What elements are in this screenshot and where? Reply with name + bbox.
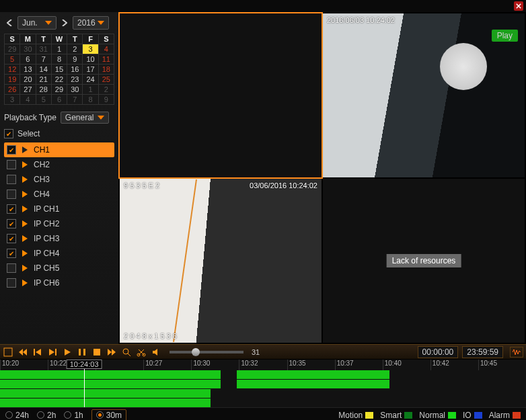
month-select[interactable]: Jun.	[17, 16, 57, 30]
playback-type-select[interactable]: General	[61, 112, 109, 124]
channel-checkbox[interactable]	[7, 175, 16, 184]
step-fwd-button[interactable]	[47, 347, 58, 358]
calendar-day[interactable]: 2	[67, 44, 83, 54]
channel-checkbox[interactable]	[7, 160, 16, 169]
fullscreen-button[interactable]	[3, 347, 13, 358]
channel-item[interactable]: CH2	[4, 157, 114, 172]
calendar-day[interactable]: 30	[67, 85, 83, 95]
channel-checkbox[interactable]	[7, 190, 16, 199]
timeline[interactable]: 10:2010:2210:2710:3010:3210:3510:3710:40…	[0, 359, 526, 407]
calendar-day[interactable]: 18	[98, 65, 114, 75]
channel-checkbox[interactable]	[7, 278, 16, 288]
calendar-day[interactable]: 29	[51, 85, 67, 95]
timeline-segment[interactable]	[0, 389, 211, 398]
year-select[interactable]: 2016	[73, 16, 109, 30]
zoom-button[interactable]	[121, 347, 132, 358]
calendar-day[interactable]: 25	[98, 75, 114, 85]
select-all-checkbox[interactable]	[4, 129, 13, 138]
calendar-day[interactable]: 14	[36, 65, 51, 75]
zoom-option[interactable]: 2h	[37, 409, 56, 421]
calendar-day[interactable]: 12	[5, 65, 20, 75]
calendar-day[interactable]: 28	[36, 85, 51, 95]
calendar-day[interactable]: 1	[51, 44, 67, 54]
zoom-option[interactable]: 24h	[5, 409, 29, 421]
calendar-day[interactable]: 1	[83, 85, 98, 95]
channel-item[interactable]: IP CH1	[4, 202, 114, 216]
calendar-day[interactable]: 3	[5, 95, 20, 105]
channel-checkbox[interactable]	[7, 234, 16, 243]
calendar-day[interactable]: 9	[67, 54, 83, 65]
mute-button[interactable]	[151, 347, 161, 358]
calendar-day[interactable]: 7	[36, 54, 51, 65]
calendar-day[interactable]: 8	[51, 54, 67, 65]
calendar-day[interactable]: 5	[5, 54, 20, 65]
timeline-segment[interactable]	[237, 370, 389, 379]
calendar-day[interactable]: 13	[20, 65, 36, 75]
rewind-button[interactable]	[17, 347, 28, 358]
channel-item[interactable]: IP CH6	[4, 276, 114, 290]
calendar-day[interactable]: 29	[5, 44, 20, 54]
play-button[interactable]: Play	[492, 30, 518, 42]
waveform-icon[interactable]	[510, 347, 523, 358]
calendar-day[interactable]: 31	[36, 44, 51, 54]
calendar-day[interactable]: 3	[83, 44, 98, 54]
prev-month-button[interactable]	[4, 16, 15, 30]
calendar-day[interactable]: 26	[5, 85, 20, 95]
calendar-day[interactable]: 10	[83, 54, 98, 65]
timeline-segment[interactable]	[0, 380, 221, 388]
pause-button[interactable]	[77, 347, 87, 358]
calendar-day[interactable]: 4	[20, 95, 36, 105]
calendar-day[interactable]: 6	[51, 95, 67, 105]
step-back-button[interactable]	[32, 347, 43, 358]
calendar-day[interactable]: 11	[98, 54, 114, 65]
channel-item[interactable]: IP CH5	[4, 261, 114, 276]
calendar-day[interactable]: 6	[20, 54, 36, 65]
video-pane-4[interactable]: Lack of resources	[323, 179, 525, 343]
channel-item[interactable]: CH4	[4, 187, 114, 202]
calendar-day[interactable]: 21	[36, 75, 51, 85]
zoom-option[interactable]: 30m	[91, 409, 126, 421]
zoom-option[interactable]: 1h	[64, 409, 83, 421]
video-pane-2[interactable]: 2016/06/03 10:24:02 Play	[323, 13, 525, 177]
calendar-day[interactable]: 2	[98, 85, 114, 95]
fast-fwd-button[interactable]	[106, 347, 117, 358]
channel-item[interactable]: IP CH4	[4, 246, 114, 261]
calendar-day[interactable]: 9	[98, 95, 114, 105]
channel-item[interactable]: CH1	[4, 142, 114, 157]
calendar-day[interactable]: 4	[98, 44, 114, 54]
channel-item[interactable]: CH3	[4, 172, 114, 187]
calendar-day[interactable]: 8	[83, 95, 98, 105]
close-button[interactable]	[514, 1, 523, 11]
volume-slider[interactable]	[170, 351, 243, 353]
calendar-day[interactable]: 7	[67, 95, 83, 105]
slider-knob[interactable]	[192, 348, 200, 356]
calendar-day[interactable]: 30	[20, 44, 36, 54]
calendar-day[interactable]: 5	[36, 95, 51, 105]
calendar-day[interactable]: 15	[51, 65, 67, 75]
channel-checkbox[interactable]	[7, 249, 16, 258]
play-button[interactable]	[62, 347, 73, 358]
channel-item[interactable]: IP CH3	[4, 231, 114, 246]
stop-button[interactable]	[91, 347, 102, 358]
video-pane-1[interactable]	[120, 13, 322, 177]
channel-checkbox[interactable]	[7, 219, 16, 228]
channel-checkbox[interactable]	[7, 263, 16, 273]
play-icon	[20, 145, 30, 155]
channel-item[interactable]: IP CH2	[4, 216, 114, 231]
timeline-segment[interactable]	[0, 398, 211, 407]
timeline-segment[interactable]	[237, 380, 389, 388]
calendar-day[interactable]: 27	[20, 85, 36, 95]
video-pane-3[interactable]: 9 5 3 5 E 2 03/06/2016 10:24:02 2 0 4 8 …	[120, 179, 322, 343]
channel-checkbox[interactable]	[7, 145, 16, 155]
timeline-segment[interactable]	[0, 370, 221, 379]
calendar-day[interactable]: 20	[20, 75, 36, 85]
calendar-day[interactable]: 16	[67, 65, 83, 75]
calendar-day[interactable]: 22	[51, 75, 67, 85]
calendar-day[interactable]: 24	[83, 75, 98, 85]
calendar-day[interactable]: 19	[5, 75, 20, 85]
next-month-button[interactable]	[59, 16, 70, 30]
calendar-day[interactable]: 23	[67, 75, 83, 85]
channel-checkbox[interactable]	[7, 204, 16, 214]
snip-button[interactable]	[136, 347, 147, 358]
calendar-day[interactable]: 17	[83, 65, 98, 75]
